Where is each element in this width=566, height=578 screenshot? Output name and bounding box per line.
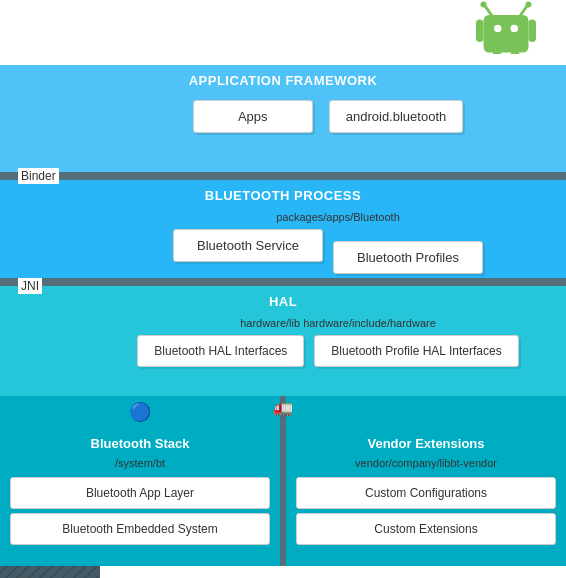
diagram-wrapper: APPLICATION FRAMEWORK Apps android.bluet… [0, 0, 566, 578]
bluetooth-stack-icon: 🔵 [129, 401, 151, 423]
svg-rect-5 [529, 20, 537, 43]
bt-stack-sublabel: /system/bt [0, 455, 280, 473]
binder-divider [0, 172, 566, 180]
svg-rect-4 [476, 20, 484, 43]
bt-process-header: BLUETOOTH PROCESS [0, 180, 566, 209]
bt-service-box: Bluetooth Service [173, 229, 323, 262]
jni-label: JNI [18, 278, 42, 294]
custom-configs-box: Custom Configurations [296, 477, 556, 509]
bt-stack-header: Bluetooth Stack [0, 428, 280, 455]
svg-point-3 [526, 2, 532, 8]
hal-interfaces-box: Bluetooth HAL Interfaces [137, 335, 304, 367]
vendor-extensions-header: Vendor Extensions [286, 428, 566, 455]
android-logo [476, 0, 536, 55]
svg-point-9 [511, 25, 519, 33]
custom-extensions-box: Custom Extensions [296, 513, 556, 545]
bt-process-sublabel: packages/apps/Bluetooth [110, 209, 566, 225]
bt-app-layer-box: Bluetooth App Layer [10, 477, 270, 509]
svg-line-0 [485, 6, 493, 17]
hal-profile-interfaces-box: Bluetooth Profile HAL Interfaces [314, 335, 518, 367]
vendor-icon: 🚛 [273, 398, 293, 417]
binder-label: Binder [18, 168, 59, 184]
svg-point-2 [481, 2, 487, 8]
bt-process-content: Bluetooth Service Bluetooth Profiles [0, 225, 566, 266]
vendor-sublabel: vendor/company/libbt-vendor [286, 455, 566, 473]
hal-content: Bluetooth HAL Interfaces Bluetooth Profi… [0, 331, 566, 371]
vendor-icon-area [286, 396, 566, 428]
bt-profiles-box: Bluetooth Profiles [333, 241, 483, 274]
hal-header: HAL [0, 286, 566, 315]
jni-divider [0, 278, 566, 286]
bottom-section: 🔵 Bluetooth Stack /system/bt Bluetooth A… [0, 396, 566, 566]
apps-box: Apps [193, 100, 313, 133]
app-framework-header: APPLICATION FRAMEWORK [0, 65, 566, 94]
bt-stack-col: 🔵 Bluetooth Stack /system/bt Bluetooth A… [0, 396, 280, 566]
bt-process-layer: BLUETOOTH PROCESS packages/apps/Bluetoot… [0, 180, 566, 288]
vendor-extensions-col: Vendor Extensions vendor/company/libbt-v… [286, 396, 566, 566]
android-bluetooth-box: android.bluetooth [329, 100, 463, 133]
bt-stack-icon-area: 🔵 [0, 396, 280, 428]
svg-point-8 [494, 25, 502, 33]
bt-embedded-box: Bluetooth Embedded System [10, 513, 270, 545]
hal-sublabel: hardware/lib hardware/include/hardware [110, 315, 566, 331]
hal-layer: HAL hardware/lib hardware/include/hardwa… [0, 286, 566, 396]
column-divider: 🚛 [280, 396, 286, 566]
svg-line-1 [520, 6, 528, 17]
app-framework-content: Apps android.bluetooth [0, 94, 566, 139]
app-framework-layer: APPLICATION FRAMEWORK Apps android.bluet… [0, 65, 566, 175]
